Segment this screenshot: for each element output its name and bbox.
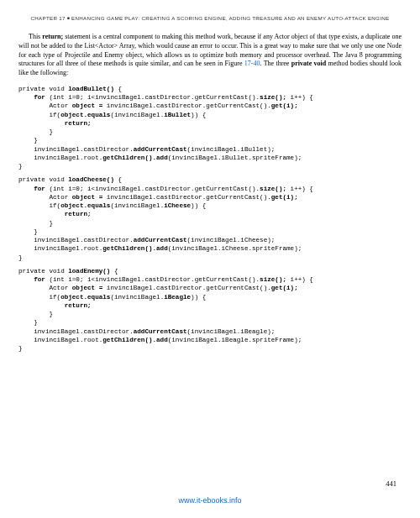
code: (int i=0; i<invinciBagel.castDirector.ge… — [45, 94, 260, 101]
method-name: loadBullet() — [68, 86, 114, 92]
code-loadcheese: private void loadCheese() { for (int i=0… — [18, 175, 402, 262]
code: if( — [18, 294, 60, 301]
code: private void — [18, 86, 68, 92]
code: } — [18, 345, 23, 352]
method-getchildren-add: getChildren().add — [102, 154, 167, 161]
code: } — [18, 319, 38, 326]
method-equals: object.equals — [60, 294, 110, 301]
text: This — [29, 33, 42, 40]
method-equals: object.equals — [60, 202, 110, 209]
figure-link[interactable]: 17-40 — [244, 60, 260, 67]
code: } — [18, 311, 53, 317]
code: Actor — [18, 194, 72, 201]
code: (invinciBagel. — [110, 112, 164, 118]
method-getchildren-add: getChildren().add — [102, 245, 167, 252]
keyword-return: return; — [18, 120, 92, 127]
code: { — [114, 176, 122, 183]
method-get: get(i); — [271, 194, 298, 201]
code: if( — [18, 112, 60, 118]
method-size: size(); — [260, 94, 286, 101]
method-addcurrentcast: addCurrentCast — [134, 328, 187, 335]
page-content: CHAPTER 17■ENHANCING GAME PLAY: CREATING… — [0, 0, 420, 353]
method-name: loadEnemy() — [68, 268, 110, 275]
code: Actor — [18, 102, 72, 109]
code: (invinciBagel. — [110, 202, 164, 209]
keyword-private-void: private void — [291, 60, 326, 67]
method-equals: object.equals — [60, 112, 110, 118]
keyword-return: return; — [18, 302, 92, 309]
code: invinciBagel.root. — [18, 337, 102, 343]
code: invinciBagel.castDirector. — [18, 146, 134, 153]
code: { — [110, 268, 118, 275]
code: )) { — [191, 112, 206, 118]
code: (invinciBagel.iCheese.spriteFrame); — [168, 245, 302, 252]
chapter-title: ENHANCING GAME PLAY: CREATING A SCORING … — [71, 15, 389, 21]
code: i++) { — [286, 276, 313, 283]
code: invinciBagel.castDirector.getCurrentCast… — [102, 102, 271, 109]
header-separator-icon: ■ — [66, 15, 71, 20]
code: } — [18, 220, 53, 227]
method-get: get(i); — [271, 285, 298, 291]
chapter-header: CHAPTER 17■ENHANCING GAME PLAY: CREATING… — [18, 15, 402, 21]
var-object: object = — [72, 194, 102, 201]
method-getchildren-add: getChildren().add — [102, 337, 167, 343]
code: private void — [18, 176, 68, 183]
method-addcurrentcast: addCurrentCast — [134, 146, 187, 153]
code: invinciBagel.root. — [18, 245, 102, 252]
code: i++) { — [286, 186, 313, 192]
code: invinciBagel.root. — [18, 154, 102, 161]
code: invinciBagel.castDirector. — [18, 237, 134, 243]
method-size: size(); — [260, 276, 286, 283]
code-loadbullet: private void loadBullet() { for (int i=0… — [18, 85, 402, 171]
var-object: object = — [72, 102, 102, 109]
field-ibullet: iBullet — [164, 112, 191, 118]
footer-link[interactable]: www.it-ebooks.info — [0, 496, 420, 505]
keyword-return: return; — [42, 33, 63, 40]
page-number: 441 — [386, 479, 396, 488]
code: invinciBagel.castDirector.getCurrentCast… — [102, 285, 271, 291]
code: invinciBagel.castDirector.getCurrentCast… — [102, 194, 271, 201]
field-ibeagle: iBeagle — [164, 294, 191, 301]
code: { — [114, 86, 122, 92]
code: } — [18, 163, 23, 170]
code: } — [18, 228, 38, 235]
code: (int i=0; i<invinciBagel.castDirector.ge… — [45, 276, 260, 283]
keyword-for: for — [18, 94, 45, 101]
method-addcurrentcast: addCurrentCast — [134, 237, 187, 243]
field-icheese: iCheese — [164, 202, 191, 209]
code: )) { — [191, 202, 206, 209]
keyword-for: for — [18, 186, 45, 192]
code: invinciBagel.castDirector. — [18, 328, 134, 335]
code: (invinciBagel.iCheese); — [187, 237, 276, 243]
code: Actor — [18, 285, 72, 291]
code: } — [18, 137, 38, 144]
code: (invinciBagel.iBullet); — [187, 146, 276, 153]
code: if( — [18, 202, 60, 209]
method-name: loadCheese() — [68, 176, 114, 183]
text: . The three — [260, 60, 291, 67]
code: )) { — [191, 294, 206, 301]
method-size: size(); — [260, 186, 286, 192]
code: } — [18, 128, 53, 135]
code: i++) { — [286, 94, 313, 101]
method-get: get(i); — [271, 102, 298, 109]
code: private void — [18, 268, 68, 275]
code: (invinciBagel.iBeagle); — [187, 328, 276, 335]
code: } — [18, 254, 23, 261]
chapter-number: CHAPTER 17 — [31, 15, 66, 21]
code: (invinciBagel. — [110, 294, 164, 301]
paragraph-1: This return; statement is a central comp… — [18, 33, 402, 78]
keyword-return: return; — [18, 211, 92, 217]
code-loadenemy: private void loadEnemy() { for (int i=0;… — [18, 267, 402, 353]
code: (invinciBagel.iBullet.spriteFrame); — [168, 154, 302, 161]
code: (invinciBagel.iBeagle.spriteFrame); — [168, 337, 302, 343]
code: (int i=0; i<invinciBagel.castDirector.ge… — [45, 186, 260, 192]
var-object: object = — [72, 285, 102, 291]
keyword-for: for — [18, 276, 45, 283]
